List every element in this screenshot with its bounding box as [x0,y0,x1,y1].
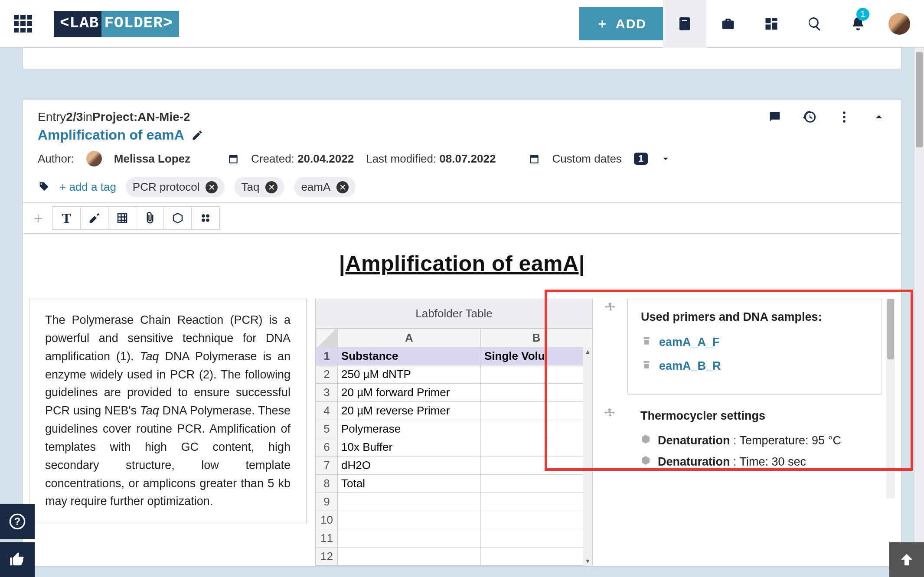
row-number[interactable]: 10 [316,511,338,529]
row-number[interactable]: 4 [316,402,338,420]
spreadsheet[interactable]: A B 1 Substance Single Volu 2250 µM dNTP… [315,328,593,566]
row-number[interactable]: 2 [316,365,338,384]
logo[interactable]: <LAB FOLDER> [54,11,179,37]
row-number[interactable]: 5 [316,420,338,438]
primer-link[interactable]: eamA_B_R [659,359,721,373]
svg-text:?: ? [14,516,20,527]
apps-menu-icon[interactable] [14,15,32,33]
entry-header-actions [767,110,886,124]
title-heading-block[interactable]: | Amplification of eamA | [23,233,901,293]
cell[interactable] [481,456,592,475]
entry-project-name[interactable]: AN-Mie-2 [137,110,190,124]
cell[interactable] [481,365,592,384]
col-header-a[interactable]: A [338,329,481,347]
hierarchy-icon [604,407,616,421]
tag-icon [38,181,50,193]
col-header-b[interactable]: B [481,329,592,347]
notifications-icon[interactable]: 1 [836,0,880,48]
cell[interactable] [481,529,592,548]
user-avatar[interactable] [888,13,910,35]
history-icon[interactable] [802,110,817,124]
add-tag-link[interactable]: + add a tag [59,180,116,194]
cell[interactable] [338,529,481,548]
thermo-title: Thermocycler settings [640,409,869,423]
row-number[interactable]: 7 [316,456,338,475]
cell[interactable]: 20 µM reverse Primer [338,402,481,420]
cube-block-button[interactable] [164,207,192,229]
edit-title-icon[interactable] [191,129,203,141]
row-number[interactable]: 3 [316,384,338,402]
tag-chip: eamA ✕ [294,177,356,197]
comment-icon[interactable] [767,110,782,124]
cell[interactable] [481,493,592,511]
row-number[interactable]: 12 [316,548,338,566]
search-icon[interactable] [793,0,836,48]
row-number[interactable]: 11 [316,529,338,548]
page-scrollbar[interactable] [914,48,924,577]
add-block-icon[interactable]: ＋ [29,208,47,228]
more-icon[interactable] [837,110,852,124]
feedback-button[interactable] [0,542,35,577]
right-scrollbar[interactable] [886,299,895,498]
cell[interactable] [481,438,592,456]
remove-tag-icon[interactable]: ✕ [265,181,278,193]
cell[interactable]: Polymerase [338,420,481,438]
sketch-block-button[interactable] [81,207,108,229]
row-number[interactable]: 1 [316,347,338,365]
remove-tag-icon[interactable]: ✕ [336,181,349,193]
primer-link[interactable]: eamA_A_F [659,336,720,349]
created-date: 20.04.2022 [297,152,354,165]
cell[interactable] [481,420,592,438]
collapse-icon[interactable] [872,110,886,124]
scroll-up-icon[interactable]: ▲ [583,347,592,356]
notebook-icon[interactable] [663,0,706,48]
page-scrollbar-thumb[interactable] [916,52,923,147]
cell[interactable]: 250 µM dNTP [338,365,481,384]
cell[interactable] [481,511,592,529]
cell[interactable] [481,548,592,566]
svg-point-0 [843,111,846,114]
cell[interactable]: 20 µM forward Primer [338,384,481,402]
attachment-block-button[interactable] [136,207,164,229]
thermo-value: : Temperature: 95 °C [730,434,841,447]
cell[interactable] [481,402,592,420]
cell[interactable] [338,493,481,511]
sheet-corner[interactable] [316,329,338,347]
block-toolbar: ＋ T [23,202,901,233]
title-text: Amplification of eamA [345,251,578,276]
remove-tag-icon[interactable]: ✕ [206,181,218,193]
add-button[interactable]: ＋ ADD [579,7,663,40]
cell[interactable] [481,384,592,402]
text-block-button[interactable]: T [53,207,81,229]
sheet-scrollbar[interactable]: ▲ ▼ [583,347,592,566]
cell[interactable]: dH2O [338,456,481,475]
logo-light: FOLDER> [101,11,179,37]
table-block-button[interactable] [108,207,136,229]
text-block[interactable]: The Polymerase Chain Reaction (PCR) is a… [29,299,307,523]
grid-block-button[interactable] [192,207,219,229]
thermo-label: Denaturation [658,434,730,447]
logo-dark: <LAB [54,11,101,37]
briefcase-icon[interactable] [706,0,750,48]
scroll-to-top-button[interactable] [889,542,924,577]
tag-label: eamA [301,180,330,194]
thermo-item: Denaturation : Time: 30 sec [640,455,869,469]
cell[interactable] [338,511,481,529]
chevron-down-icon[interactable] [660,153,671,164]
right-scrollbar-thumb[interactable] [887,299,894,359]
help-button[interactable]: ? [0,504,35,539]
dashboard-icon[interactable] [750,0,793,48]
cell[interactable]: Single Volu [481,347,592,365]
scroll-down-icon[interactable]: ▼ [583,556,592,566]
thermocycler-block: Thermocycler settings Denaturation : Tem… [627,405,882,488]
cell[interactable] [338,548,481,566]
cell[interactable]: 10x Buffer [338,438,481,456]
entry-title[interactable]: Amplification of eamA [38,127,184,143]
row-number[interactable]: 8 [316,475,338,493]
cell[interactable]: Total [338,475,481,493]
cell[interactable]: Substance [338,347,481,365]
row-number[interactable]: 9 [316,493,338,511]
text-segment: DNA Polymerase. These guidelines cover r… [45,404,291,508]
row-number[interactable]: 6 [316,438,338,456]
cell[interactable] [481,475,592,493]
